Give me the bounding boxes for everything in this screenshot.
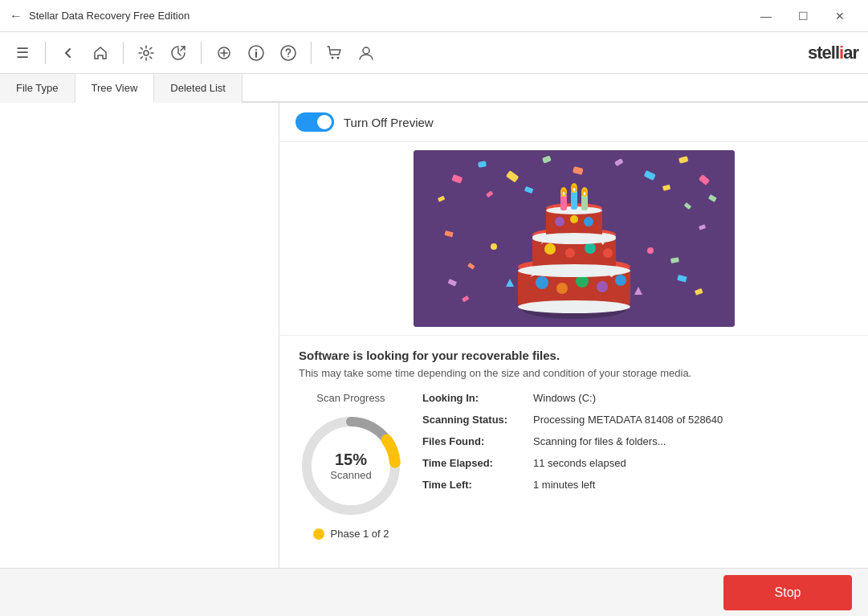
svg-point-59 (603, 248, 613, 258)
divider-4 (311, 42, 312, 64)
divider-1 (45, 42, 46, 64)
title-bar: ← Stellar Data Recovery Free Edition — ☐… (0, 0, 868, 32)
home-icon[interactable] (88, 40, 113, 66)
info-icon[interactable] (243, 40, 269, 66)
tab-file-type[interactable]: File Type (0, 74, 75, 103)
svg-point-68 (532, 233, 616, 244)
stats-row-4: Time Left: 1 minutes left (422, 479, 849, 491)
stats-value-1: Processing METADATA 81408 of 528640 (533, 414, 723, 426)
svg-point-56 (544, 243, 556, 255)
stellar-logo: stelliar (808, 43, 858, 63)
progress-scanned-label: Scanned (330, 469, 371, 481)
tab-tree-view[interactable]: Tree View (75, 74, 155, 103)
svg-point-48 (536, 276, 548, 289)
svg-point-58 (585, 243, 596, 254)
svg-point-49 (556, 283, 568, 294)
back-icon[interactable] (55, 40, 81, 66)
svg-point-10 (337, 56, 340, 59)
stats-value-3: 11 seconds elapsed (533, 457, 626, 469)
stats-key-0: Looking In: (422, 392, 527, 404)
svg-point-6 (255, 49, 257, 51)
bottom-bar: Stop (0, 568, 868, 616)
phase-label: Phase 1 of 2 (331, 528, 389, 540)
svg-point-11 (363, 47, 369, 54)
stats-row-2: Files Found: Scanning for files & folder… (422, 435, 849, 447)
stats-value-0: Windows (C:) (533, 392, 596, 404)
main-layout: ◀ ▶ Turn Off Preview (0, 103, 868, 616)
stats-table: Looking In: Windows (C:) Scanning Status… (422, 392, 849, 500)
stats-key-3: Time Elapsed: (422, 457, 527, 469)
phase-dot (313, 528, 324, 540)
stats-row-1: Scanning Status: Processing METADATA 814… (422, 414, 849, 426)
scan-progress-label: Scan Progress (316, 392, 385, 404)
divider-3 (201, 42, 202, 64)
svg-point-78 (573, 188, 575, 192)
tabs-bar: File Type Tree View Deleted List (0, 74, 868, 103)
window-controls: — ☐ ✕ (748, 3, 858, 29)
maximize-button[interactable]: ☐ (784, 3, 821, 29)
cake-illustration (414, 150, 735, 327)
preview-toggle-label: Turn Off Preview (344, 116, 434, 129)
image-preview-area (279, 142, 868, 335)
cart-icon[interactable] (321, 40, 347, 66)
stats-key-1: Scanning Status: (422, 414, 527, 426)
stats-key-2: Files Found: (422, 435, 527, 447)
svg-point-83 (583, 192, 585, 196)
back-arrow-icon: ← (10, 9, 22, 23)
stats-key-4: Time Left: (422, 479, 527, 491)
tab-deleted-list[interactable]: Deleted List (154, 74, 242, 103)
title-bar-left: ← Stellar Data Recovery Free Edition (10, 9, 189, 23)
svg-point-51 (597, 281, 608, 292)
stop-button[interactable]: Stop (723, 575, 852, 610)
svg-point-57 (565, 248, 575, 258)
progress-percentage: 15% (330, 451, 371, 469)
svg-point-8 (287, 55, 289, 57)
account-icon[interactable] (353, 40, 379, 66)
divider-2 (123, 42, 124, 64)
scan-section: Scan Progress 15 (299, 392, 849, 540)
phase-indicator: Phase 1 of 2 (313, 528, 389, 540)
svg-point-41 (647, 247, 654, 254)
scan-icon[interactable] (211, 40, 237, 66)
stats-value-2: Scanning for files & folders... (533, 435, 666, 447)
svg-point-64 (555, 217, 564, 226)
stats-value-4: 1 minutes left (533, 479, 595, 491)
svg-point-73 (562, 192, 564, 196)
svg-point-0 (144, 51, 149, 55)
svg-point-66 (584, 217, 593, 226)
scanning-subtitle: This may take some time depending on the… (299, 367, 849, 379)
progress-section: Scan Progress 15 (299, 392, 403, 540)
sidebar: ◀ ▶ (0, 103, 279, 616)
content-area: Turn Off Preview (279, 103, 868, 616)
hamburger-menu-icon[interactable]: ☰ (10, 40, 35, 66)
stats-row-3: Time Elapsed: 11 seconds elapsed (422, 457, 849, 469)
preview-toggle-bar: Turn Off Preview (279, 103, 868, 142)
progress-circle: 15% Scanned (299, 414, 403, 518)
settings-icon[interactable] (133, 40, 159, 66)
toggle-track (295, 112, 334, 132)
svg-rect-74 (571, 190, 577, 210)
preview-toggle[interactable] (295, 112, 334, 132)
stats-row-0: Looking In: Windows (C:) (422, 392, 849, 404)
svg-point-40 (491, 243, 497, 250)
svg-point-65 (570, 215, 578, 223)
svg-point-53 (518, 300, 630, 313)
svg-point-52 (615, 275, 626, 286)
progress-center: 15% Scanned (330, 451, 371, 481)
app-title: Stellar Data Recovery Free Edition (29, 10, 189, 22)
svg-point-9 (332, 56, 334, 59)
toggle-thumb (317, 115, 332, 129)
minimize-button[interactable]: — (748, 3, 784, 29)
toolbar: ☰ stelliar (0, 32, 868, 74)
history-icon[interactable] (165, 40, 191, 66)
help-icon[interactable] (275, 40, 301, 66)
close-button[interactable]: ✕ (821, 3, 858, 29)
scanning-title: Software is looking for your recoverable… (299, 349, 849, 362)
